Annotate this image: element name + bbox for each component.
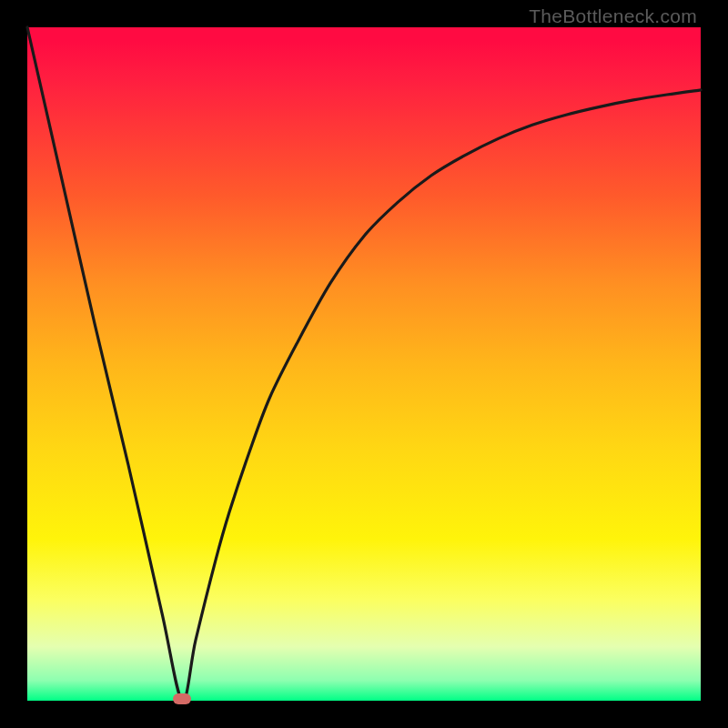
minimum-marker <box>173 693 191 704</box>
plot-area <box>27 27 701 701</box>
bottleneck-curve <box>27 27 701 701</box>
watermark-text: TheBottleneck.com <box>529 5 697 27</box>
